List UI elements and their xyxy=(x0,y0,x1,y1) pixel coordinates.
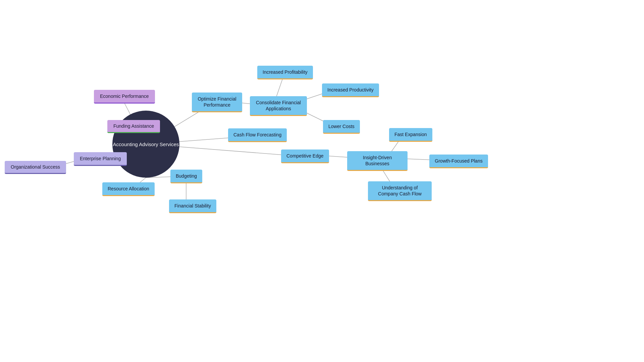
increased-productivity-node[interactable]: Increased Productivity xyxy=(322,83,379,97)
fast-expansion-node[interactable]: Fast Expansion xyxy=(389,128,432,142)
financial-stability-label: Financial Stability xyxy=(174,203,211,208)
consolidate-financial-node[interactable]: Consolidate Financial Applications xyxy=(250,96,307,116)
understanding-cash-flow-node[interactable]: Understanding of Company Cash Flow xyxy=(368,181,432,201)
growth-focused-label: Growth-Focused Plans xyxy=(435,158,482,164)
budgeting-node[interactable]: Budgeting xyxy=(170,170,202,183)
organizational-success-label: Organizational Success xyxy=(11,164,60,170)
economic-performance-node[interactable]: Economic Performance xyxy=(94,90,155,104)
organizational-success-node[interactable]: Organizational Success xyxy=(5,161,66,174)
growth-focused-node[interactable]: Growth-Focused Plans xyxy=(429,155,488,168)
insight-driven-label: Insight-Driven Businesses xyxy=(363,155,392,166)
enterprise-planning-node[interactable]: Enterprise Planning xyxy=(74,152,127,166)
increased-profitability-node[interactable]: Increased Profitability xyxy=(257,66,313,79)
cash-flow-forecasting-node[interactable]: Cash Flow Forecasting xyxy=(228,128,287,142)
optimize-financial-label: Optimize Financial Performance xyxy=(198,96,236,108)
enterprise-planning-label: Enterprise Planning xyxy=(80,156,121,161)
economic-performance-label: Economic Performance xyxy=(100,94,149,99)
cash-flow-forecasting-label: Cash Flow Forecasting xyxy=(233,132,281,137)
lower-costs-label: Lower Costs xyxy=(328,124,355,129)
increased-profitability-label: Increased Profitability xyxy=(263,69,308,75)
center-label: Accounting Advisory Services xyxy=(113,141,179,148)
insight-driven-node[interactable]: Insight-Driven Businesses xyxy=(347,151,408,171)
budgeting-label: Budgeting xyxy=(176,173,197,179)
consolidate-financial-label: Consolidate Financial Applications xyxy=(256,100,301,111)
funding-assistance-label: Funding Assistance xyxy=(113,123,154,129)
resource-allocation-node[interactable]: Resource Allocation xyxy=(102,182,155,196)
resource-allocation-label: Resource Allocation xyxy=(108,186,149,191)
financial-stability-node[interactable]: Financial Stability xyxy=(169,199,216,213)
funding-assistance-node[interactable]: Funding Assistance xyxy=(107,120,160,133)
understanding-cash-flow-label: Understanding of Company Cash Flow xyxy=(378,185,422,196)
competitive-edge-label: Competitive Edge xyxy=(286,153,324,159)
lower-costs-node[interactable]: Lower Costs xyxy=(323,120,360,134)
fast-expansion-label: Fast Expansion xyxy=(394,132,427,137)
increased-productivity-label: Increased Productivity xyxy=(327,87,374,93)
optimize-financial-node[interactable]: Optimize Financial Performance xyxy=(192,93,242,112)
competitive-edge-node[interactable]: Competitive Edge xyxy=(281,149,329,163)
